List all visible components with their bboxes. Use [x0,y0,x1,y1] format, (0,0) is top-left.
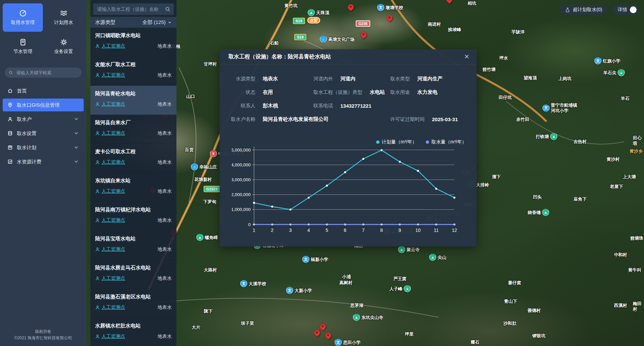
sidebar-item-4[interactable]: 取水设置 [3,127,84,140]
facility-name: 陆河县激石溪老区水电站 [95,294,172,300]
manual-monitor-link[interactable]: 人工监测点 [95,246,125,252]
list-item[interactable]: 陆河县水唇走马石水电站人工监测点地表水 [90,260,176,289]
sidebar-item-3[interactable]: 取水户 [3,113,84,126]
detail-value: 水力发电 [417,89,438,96]
search-icon[interactable] [165,6,170,12]
list-item[interactable]: 陆河县自来水厂人工监测点地表水 [90,115,176,144]
manual-monitor-link[interactable]: 人工监测点 [95,188,125,194]
list-item[interactable]: 陆河县南万镇杞洋水电站人工监测点地表水 [90,202,176,231]
sidebar-item-2[interactable]: 取水口GIS信息管理 [3,99,84,111]
sidebar: 取用水管理计划用水节水管理业务设置 首页取水口GIS信息管理取水户取水设置取水计… [0,0,86,346]
pin-dot [349,5,352,8]
map-pin-marker[interactable] [325,332,331,339]
svg-text:6: 6 [344,228,346,233]
over-plan-badge[interactable]: 超计划取水(0) [560,5,607,15]
chart: 01,000,0002,000,0003,000,0004,000,0005,0… [232,142,468,242]
list-item[interactable]: 水唇镇水栏肚水电站人工监测点地表水 [90,318,176,346]
map-pin-marker[interactable] [361,32,367,38]
detail-value: 13432771221 [340,103,371,109]
facility-name: 友能水厂取水工程 [95,61,172,68]
module-tile-4[interactable]: 业务设置 [44,32,84,61]
filter-value-dropdown[interactable]: 全部 (125) [142,19,172,26]
map-pin-marker[interactable] [320,324,326,330]
manual-monitor-link[interactable]: 人工监测点 [95,43,125,49]
manual-monitor-link[interactable]: 人工监测点 [95,130,125,136]
facility-list: 河口镇唱歌潭水电站人工监测点地表水友能水厂取水工程人工监测点地表水陆河县青砼水电… [90,28,176,346]
facility-list-panel: 水源类型 全部 (125) 河口镇唱歌潭水电站人工监测点地表水友能水厂取水工程人… [90,0,176,346]
facility-search[interactable] [93,3,174,15]
monitor-label: 人工监测点 [102,246,125,252]
manual-monitor-link[interactable]: 人工监测点 [95,159,125,165]
svg-text:7: 7 [362,228,365,233]
manual-monitor-link[interactable]: 人工监测点 [95,217,125,223]
list-item[interactable]: 陆河县宝塔水电站人工监测点地表水 [90,231,176,260]
list-item[interactable]: 麦卡公司取水工程人工监测点地表水 [90,144,176,173]
map-pin-marker[interactable] [348,4,354,10]
source-type-filter: 水源类型 全部 (125) [90,17,176,28]
map-pin-marker[interactable] [446,0,452,3]
pin-dot [321,325,324,327]
person-icon [95,160,100,165]
facility-meta: 人工监测点地表水 [95,246,172,252]
list-item[interactable]: 陆河县激石溪老区水电站人工监测点地表水 [90,289,176,318]
home-icon [7,88,13,94]
list-item[interactable]: 陆河县青砼水电站人工监测点地表水 [90,86,176,115]
sidebar-search[interactable] [5,68,82,78]
plan-vs-intake-line-chart: 01,000,0002,000,0003,000,0004,000,0005,0… [232,142,468,241]
facility-name: 陆河县水唇走马石水电站 [95,265,172,271]
module-tile-2[interactable]: 计划用水 [44,3,84,32]
monitor-label: 人工监测点 [102,334,125,340]
top-right-controls: 超计划取水(0) 详情 [560,5,639,15]
manual-monitor-link[interactable]: 人工监测点 [95,275,125,282]
svg-text:2,000,000: 2,000,000 [232,192,251,197]
map-pin-marker[interactable] [387,15,393,21]
detail-fields: 水源类型地表水河道内外河道内取水类型河道内生产状态在用取水工程（设施）类型水电站… [220,64,477,126]
notebook-icon [19,38,27,46]
sidebar-item-1[interactable]: 首页 [3,84,84,97]
search-icon [9,70,13,75]
monitor-label: 人工监测点 [102,188,125,194]
list-item[interactable]: 东坑镇自来水站人工监测点地表水 [90,173,176,202]
manual-monitor-link[interactable]: 人工监测点 [95,72,125,78]
sidebar-search-input[interactable] [16,70,78,76]
manual-monitor-link[interactable]: 人工监测点 [95,304,125,311]
user-icon [7,116,13,122]
chevron-down-icon [74,144,79,151]
detail-pair: 河道内外河道内 [313,72,356,85]
detail-pair: 水源类型地表水 [220,72,278,85]
list-item[interactable]: 友能水厂取水工程人工监测点地表水 [90,57,176,86]
detail-toggle[interactable]: 详情 [613,5,639,15]
map-pin-marker[interactable] [314,330,320,336]
detail-toggle-knob[interactable] [630,6,637,13]
svg-text:3: 3 [289,228,292,233]
facility-meta: 人工监测点地表水 [95,159,172,165]
svg-text:1: 1 [253,228,255,233]
chevron-down-icon [74,116,79,123]
pin-dot [362,33,365,35]
svg-text:3,000,000: 3,000,000 [232,177,251,182]
water-source-type: 地表水 [158,246,172,252]
database-icon [7,131,13,136]
monitor-label: 人工监测点 [102,101,125,107]
modal-header: 取水工程（设施）名称：陆河县青砼水电站 ✕ [220,49,477,64]
detail-value: 河道内生产 [417,76,443,82]
module-label: 取用水管理 [11,20,35,26]
facility-meta: 人工监测点地表水 [95,130,172,136]
close-icon[interactable]: ✕ [464,54,469,60]
module-tile-3[interactable]: 节水管理 [3,32,43,61]
module-tile-1[interactable]: 取用水管理 [3,3,43,32]
sidebar-item-5[interactable]: 取水计划 [3,141,84,154]
filter-value: 全部 (125) [142,19,166,26]
detail-pair: 状态在用 [220,85,273,99]
water-source-type: 地表水 [158,334,172,340]
detail-pair: 取水户名称陆河县青砼水电发展有限公司 [220,112,329,126]
sidebar-item-6[interactable]: 水资源计费 [3,155,84,168]
monitor-label: 人工监测点 [102,43,125,49]
gear-icon [60,38,67,46]
facility-search-input[interactable] [96,6,163,12]
copyright-line2: ©2021 珠海市仁智科技有限公司 [3,335,83,341]
list-item[interactable]: 河口镇唱歌潭水电站人工监测点地表水 [90,28,176,57]
manual-monitor-link[interactable]: 人工监测点 [95,101,125,107]
facility-name: 东坑镇自来水站 [95,178,172,184]
manual-monitor-link[interactable]: 人工监测点 [95,334,125,340]
